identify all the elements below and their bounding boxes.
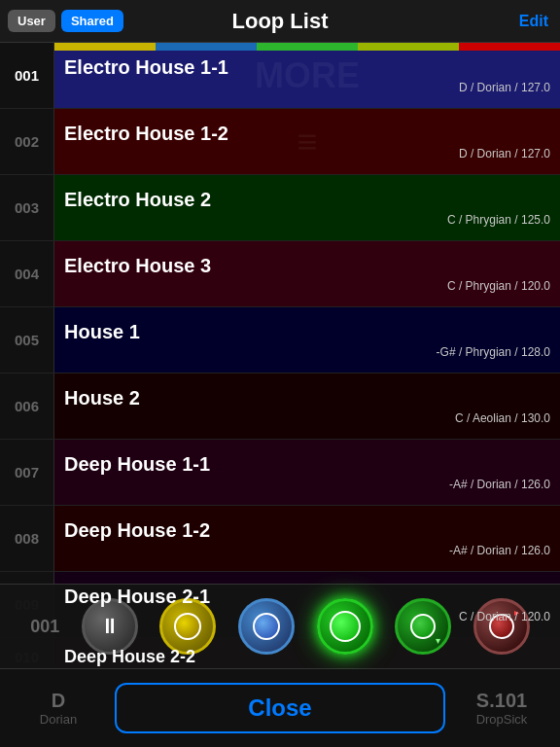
loop-meta: D / Dorian / 127.0 — [64, 81, 550, 94]
header-tabs: User Shared — [8, 10, 123, 32]
loop-name: Deep House 1-2 — [64, 519, 550, 542]
close-right-sub: DropSick — [463, 712, 541, 727]
close-left-key: D — [19, 690, 97, 712]
close-bar: D Dorian Close S.101 DropSick — [0, 669, 560, 747]
loop-name: Electro House 1-1 — [64, 56, 550, 79]
row-number: 007 — [0, 440, 54, 505]
row-number: 008 — [0, 506, 54, 571]
loop-name: Deep House 2-1 — [64, 586, 550, 608]
list-item[interactable]: 005 House 1 -G# / Phrygian / 128.0 — [0, 307, 560, 374]
close-left-sub: Dorian — [19, 712, 97, 727]
loop-list: 001 MORE Electro House 1-1 D / Dorian / … — [0, 43, 560, 677]
list-item[interactable]: 008 Deep House 1-2 -A# / Dorian / 126.0 — [0, 506, 560, 572]
tab-shared-button[interactable]: Shared — [61, 10, 123, 32]
loop-meta: C / Phrygian / 120.0 — [64, 279, 550, 293]
tab-user-button[interactable]: User — [8, 10, 55, 32]
loop-name: Electro House 1-2 — [64, 123, 550, 145]
header: User Shared Loop List Edit — [0, 0, 560, 43]
list-item[interactable]: 006 House 2 C / Aeolian / 130.0 — [0, 374, 560, 440]
close-left-info: D Dorian — [19, 690, 97, 727]
row-number: 001 — [0, 43, 54, 108]
page-title: Loop List — [232, 9, 329, 34]
loop-meta: -A# / Dorian / 126.0 — [64, 544, 550, 557]
list-item[interactable]: 002 ≡ Electro House 1-2 D / Dorian / 127… — [0, 109, 560, 175]
loop-name: House 2 — [64, 387, 550, 409]
loop-name: Deep House 2-2 — [64, 647, 550, 667]
loop-meta: C / Aeolian / 130.0 — [64, 411, 550, 425]
close-right-info: S.101 DropSick — [463, 690, 541, 727]
list-item[interactable]: 007 Deep House 1-1 -A# / Dorian / 126.0 — [0, 440, 560, 506]
loop-meta: D / Dorian / 127.0 — [64, 147, 550, 160]
transport-current-num: 001 — [30, 617, 59, 637]
row-number: 006 — [0, 374, 54, 439]
row-number: 003 — [0, 175, 54, 240]
list-item[interactable]: 004 Electro House 3 C / Phrygian / 120.0 — [0, 241, 560, 307]
close-btn-wrapper: Close — [97, 683, 463, 733]
loop-name: House 1 — [64, 321, 550, 343]
loop-meta: C / Dorian / 120.0 — [64, 610, 550, 623]
loop-name: Electro House 3 — [64, 255, 550, 277]
loop-name: Deep House 1-1 — [64, 453, 550, 476]
list-item[interactable]: 001 MORE Electro House 1-1 D / Dorian / … — [0, 43, 560, 109]
loop-name: Electro House 2 — [64, 189, 550, 211]
list-item[interactable]: 003 Electro House 2 C / Phrygian / 125.0 — [0, 175, 560, 241]
loop-meta: -A# / Dorian / 126.0 — [64, 478, 550, 491]
loop-meta: -G# / Phrygian / 128.0 — [64, 345, 550, 359]
edit-button[interactable]: Edit — [519, 13, 548, 30]
close-right-key: S.101 — [463, 690, 541, 712]
row-number: 004 — [0, 241, 54, 306]
row-number: 005 — [0, 307, 54, 373]
loop-meta: C / Phrygian / 125.0 — [64, 213, 550, 227]
row-number: 002 — [0, 109, 54, 174]
close-button[interactable]: Close — [115, 683, 445, 733]
